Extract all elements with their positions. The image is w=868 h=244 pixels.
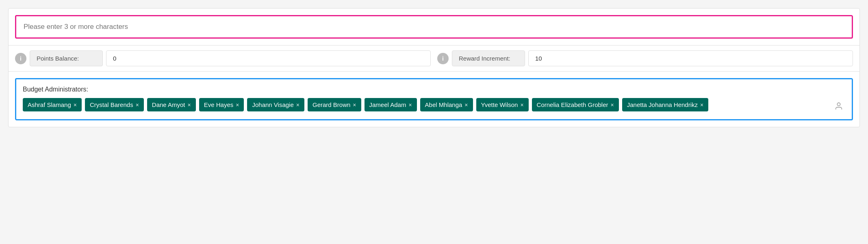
info-row: i Points Balance: 0 i Reward Increment: … xyxy=(9,46,859,72)
budget-administrators-label: Budget Administrators: xyxy=(23,86,845,93)
tag-label-crystal-barends: Crystal Barends xyxy=(90,101,133,108)
search-section xyxy=(9,9,859,46)
tags-text-input[interactable] xyxy=(712,101,713,108)
tag-remove-cornelia-elizabeth-grobler[interactable]: × xyxy=(611,102,614,108)
main-container: i Points Balance: 0 i Reward Increment: … xyxy=(8,8,860,127)
tag-abel-mhlanga: Abel Mhlanga× xyxy=(420,98,473,111)
tag-remove-janetta-johanna-hendrikz[interactable]: × xyxy=(700,102,703,108)
tag-crystal-barends: Crystal Barends× xyxy=(85,98,144,111)
tag-remove-yvette-wilson[interactable]: × xyxy=(520,102,523,108)
tag-remove-crystal-barends[interactable]: × xyxy=(136,102,139,108)
tag-label-gerard-brown: Gerard Brown xyxy=(312,101,350,108)
tag-label-cornelia-elizabeth-grobler: Cornelia Elizabeth Grobler xyxy=(537,101,608,108)
tag-remove-jameel-adam[interactable]: × xyxy=(408,102,412,108)
search-input-wrapper xyxy=(15,15,853,39)
points-balance-label: Points Balance: xyxy=(30,50,103,66)
tag-jameel-adam: Jameel Adam× xyxy=(365,98,417,111)
tag-label-yvette-wilson: Yvette Wilson xyxy=(481,101,518,108)
tag-remove-gerard-brown[interactable]: × xyxy=(353,102,356,108)
reward-increment-group: i Reward Increment: 10 xyxy=(437,50,853,66)
tag-remove-abel-mhlanga[interactable]: × xyxy=(464,102,468,108)
points-balance-info-icon: i xyxy=(15,53,26,64)
tag-label-dane-amyot: Dane Amyot xyxy=(152,101,185,108)
tags-area: Ashraf Slamang×Crystal Barends×Dane Amyo… xyxy=(23,98,829,111)
tag-janetta-johanna-hendrikz: Janetta Johanna Hendrikz× xyxy=(622,98,708,111)
tag-label-jameel-adam: Jameel Adam xyxy=(369,101,406,108)
tag-cornelia-elizabeth-grobler: Cornelia Elizabeth Grobler× xyxy=(532,98,619,111)
search-input[interactable] xyxy=(17,17,851,37)
tag-yvette-wilson: Yvette Wilson× xyxy=(476,98,529,111)
tags-container[interactable]: Ashraf Slamang×Crystal Barends×Dane Amyo… xyxy=(23,98,829,111)
tag-label-johann-visagie: Johann Visagie xyxy=(252,101,293,108)
svg-point-0 xyxy=(837,103,840,106)
tag-johann-visagie: Johann Visagie× xyxy=(247,98,304,111)
tag-eve-hayes: Eve Hayes× xyxy=(199,98,244,111)
tag-remove-dane-amyot[interactable]: × xyxy=(188,102,191,108)
reward-increment-value: 10 xyxy=(528,50,853,66)
budget-administrators-row: Ashraf Slamang×Crystal Barends×Dane Amyo… xyxy=(23,98,845,113)
tag-remove-johann-visagie[interactable]: × xyxy=(296,102,299,108)
reward-increment-label: Reward Increment: xyxy=(452,50,525,66)
tag-label-abel-mhlanga: Abel Mhlanga xyxy=(425,101,462,108)
add-person-icon[interactable] xyxy=(832,100,845,113)
tag-dane-amyot: Dane Amyot× xyxy=(147,98,196,111)
points-balance-group: i Points Balance: 0 xyxy=(15,50,431,66)
tag-gerard-brown: Gerard Brown× xyxy=(308,98,361,111)
budget-administrators-section: Budget Administrators: Ashraf Slamang×Cr… xyxy=(15,78,853,120)
points-balance-value: 0 xyxy=(106,50,431,66)
reward-increment-info-icon: i xyxy=(437,53,449,64)
tag-label-janetta-johanna-hendrikz: Janetta Johanna Hendrikz xyxy=(627,101,698,108)
tag-remove-eve-hayes[interactable]: × xyxy=(236,102,239,108)
tag-label-eve-hayes: Eve Hayes xyxy=(204,101,234,108)
tag-ashraf-slamang: Ashraf Slamang× xyxy=(23,98,82,111)
tag-label-ashraf-slamang: Ashraf Slamang xyxy=(28,101,71,108)
tag-remove-ashraf-slamang[interactable]: × xyxy=(74,102,77,108)
